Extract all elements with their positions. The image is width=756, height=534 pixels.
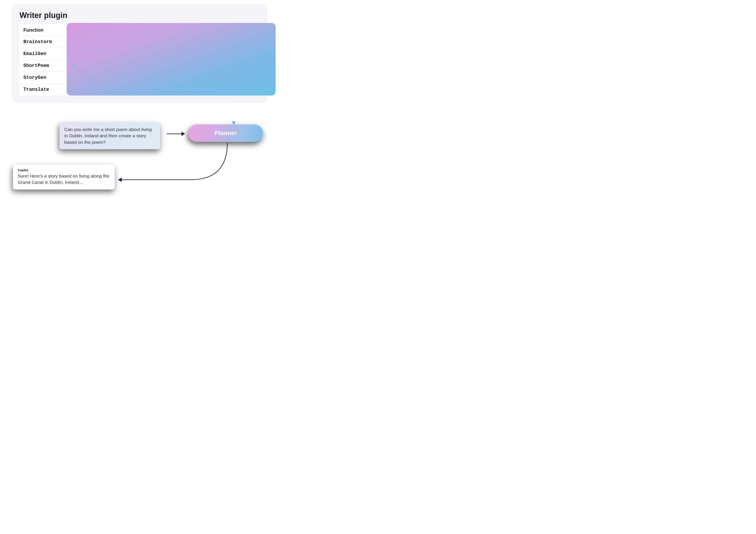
user-prompt-box: Can you write me a short poem about livi… bbox=[60, 122, 160, 149]
function-desc: Write an email from the given bullet poi… bbox=[68, 51, 256, 57]
table-row: ShortPoem Turn a scenario into a short a… bbox=[19, 60, 260, 72]
table-row: EmailGen Write an email from the given b… bbox=[19, 48, 260, 60]
arrow-down-icon bbox=[230, 98, 238, 126]
table-row: Translate Translate the input into a lan… bbox=[19, 84, 260, 96]
connector-dot-icon bbox=[73, 75, 76, 79]
header-description: Description for model bbox=[68, 27, 256, 33]
function-desc: Given a goal or topic description genera… bbox=[68, 39, 256, 45]
response-text: Sure! Here's a story based on living alo… bbox=[18, 173, 110, 185]
table-header-row: Function Description for model bbox=[19, 24, 260, 36]
table-row: StoryGen Generate a list of synopsis for… bbox=[19, 72, 260, 84]
table-row: Brainstorm Given a goal or topic descrip… bbox=[19, 36, 260, 48]
connector-dot-icon bbox=[73, 64, 76, 67]
svg-marker-3 bbox=[181, 132, 185, 136]
planner-label: Planner bbox=[215, 130, 237, 137]
plugin-table: Function Description for model Brainstor… bbox=[19, 24, 260, 96]
prompt-text: Can you write me a short poem about livi… bbox=[64, 127, 152, 145]
header-function: Function bbox=[23, 27, 68, 33]
function-desc: Generate a list of synopsis for a novel … bbox=[68, 75, 256, 81]
function-name: Brainstorm bbox=[23, 39, 68, 45]
planner-node: Planner bbox=[188, 125, 263, 142]
svg-marker-4 bbox=[118, 178, 122, 182]
writer-plugin-card: Writer plugin Function Description for m… bbox=[12, 4, 267, 103]
function-name: Translate bbox=[23, 87, 68, 93]
arrow-right-icon bbox=[167, 129, 186, 138]
function-desc: Turn a scenario into a short and enterta… bbox=[68, 63, 256, 69]
function-desc: Translate the input into a language of y… bbox=[68, 87, 256, 93]
function-name: StoryGen bbox=[23, 75, 68, 81]
function-name: EmailGen bbox=[23, 51, 68, 57]
plugin-title: Writer plugin bbox=[19, 11, 260, 20]
response-label: Copilot bbox=[18, 168, 110, 172]
copilot-response-box: Copilot Sure! Here's a story based on li… bbox=[13, 165, 115, 189]
function-name: ShortPoem bbox=[23, 63, 68, 69]
